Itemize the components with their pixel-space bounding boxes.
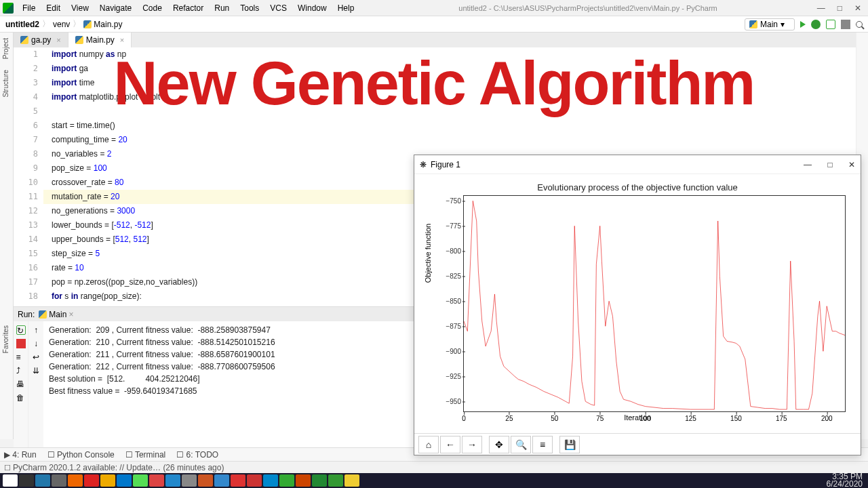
menu-tools[interactable]: Tools bbox=[235, 1, 264, 15]
taskbar-icon[interactable] bbox=[328, 474, 343, 487]
taskbar-icon[interactable] bbox=[296, 474, 311, 487]
taskbar-icon[interactable] bbox=[68, 474, 83, 487]
forward-icon[interactable]: → bbox=[462, 436, 482, 453]
menu-run[interactable]: Run bbox=[210, 1, 234, 15]
menu-navigate[interactable]: Navigate bbox=[95, 1, 136, 15]
breadcrumb-folder[interactable]: venv bbox=[53, 20, 70, 29]
zoom-icon[interactable]: 🔍 bbox=[511, 436, 531, 453]
tool-tab[interactable]: ☐ 6: TODO bbox=[176, 450, 218, 460]
menu-window[interactable]: Window bbox=[293, 1, 332, 15]
taskbar-icon[interactable] bbox=[133, 474, 148, 487]
home-icon[interactable]: ⌂ bbox=[418, 436, 439, 453]
taskbar-icon[interactable] bbox=[198, 474, 213, 487]
python-file-icon bbox=[20, 36, 28, 44]
maximize-icon[interactable]: □ bbox=[837, 3, 842, 13]
project-tool-tab[interactable]: Project bbox=[0, 33, 12, 64]
taskbar-icon[interactable] bbox=[3, 474, 18, 487]
taskbar-icon[interactable] bbox=[247, 474, 262, 487]
maximize-icon[interactable]: □ bbox=[827, 160, 832, 169]
menu-help[interactable]: Help bbox=[333, 1, 359, 15]
status-bar: ☐ PyCharm 2020.1.2 available: // Update…… bbox=[0, 461, 868, 473]
taskbar-icon[interactable] bbox=[100, 474, 115, 487]
windows-taskbar: 3:35 PM6/24/2020 bbox=[0, 473, 868, 488]
run-icon[interactable] bbox=[800, 21, 806, 28]
taskbar-icon[interactable] bbox=[182, 474, 197, 487]
run-coverage-icon[interactable] bbox=[826, 20, 835, 29]
close-tab-icon[interactable]: × bbox=[56, 36, 60, 44]
back-icon[interactable]: ← bbox=[440, 436, 460, 453]
menu-vcs[interactable]: VCS bbox=[265, 1, 292, 15]
system-tray[interactable]: 3:35 PM6/24/2020 bbox=[827, 473, 865, 488]
up-icon[interactable]: ↑ bbox=[34, 325, 38, 335]
window-title: untitled2 - C:\Users\ASUS\PycharmProject… bbox=[359, 4, 816, 12]
main-menu: FileEditViewNavigateCodeRefactorRunTools… bbox=[18, 1, 359, 15]
favorites-tool-tab[interactable]: Favorites bbox=[0, 320, 12, 359]
taskbar-icon[interactable] bbox=[165, 474, 180, 487]
editor-tab[interactable]: ga.py× bbox=[14, 33, 68, 47]
stop-icon[interactable] bbox=[16, 339, 26, 348]
search-icon[interactable] bbox=[856, 21, 863, 28]
down-icon[interactable]: ↓ bbox=[34, 339, 38, 348]
taskbar-icon[interactable] bbox=[344, 474, 359, 487]
python-file-icon bbox=[749, 20, 757, 28]
plot-canvas: Evolutionary process of the objective fu… bbox=[414, 174, 861, 433]
taskbar-icon[interactable] bbox=[117, 474, 132, 487]
matplotlib-figure-window[interactable]: ❋Figure 1 — □ ✕ Evolutionary process of … bbox=[414, 155, 861, 455]
taskbar-icon[interactable] bbox=[312, 474, 327, 487]
taskbar-icon[interactable] bbox=[231, 474, 245, 487]
console-nav: ↑ ↓ ↩ ⇊ bbox=[28, 321, 43, 447]
navigation-bar: untitled2 〉 venv 〉 Main.py Main ▾ bbox=[0, 16, 868, 33]
breadcrumb-project[interactable]: untitled2 bbox=[5, 20, 39, 29]
python-file-icon bbox=[39, 310, 47, 319]
taskbar-icon[interactable] bbox=[19, 474, 34, 487]
scroll-icon[interactable]: ⇊ bbox=[33, 366, 39, 375]
menu-view[interactable]: View bbox=[66, 1, 94, 15]
breadcrumb-file[interactable]: Main.py bbox=[83, 20, 122, 29]
delete-icon[interactable]: 🗑 bbox=[16, 393, 26, 403]
figure-title: Figure 1 bbox=[431, 160, 460, 169]
debug-icon[interactable] bbox=[811, 20, 821, 29]
taskbar-icon[interactable] bbox=[52, 474, 66, 487]
menu-refactor[interactable]: Refactor bbox=[168, 1, 208, 15]
pycharm-logo-icon bbox=[3, 3, 14, 14]
axes: −750−775−800−825−850−875−900−925−9500255… bbox=[463, 195, 846, 412]
tool-tab[interactable]: ☐ Terminal bbox=[125, 450, 165, 460]
config-icon[interactable]: ≡ bbox=[532, 436, 553, 453]
minimize-icon[interactable]: — bbox=[817, 3, 825, 13]
close-icon[interactable]: ✕ bbox=[848, 160, 855, 169]
run-config-name[interactable]: Main × bbox=[39, 310, 73, 319]
menu-code[interactable]: Code bbox=[138, 1, 167, 15]
menu-edit[interactable]: Edit bbox=[41, 1, 65, 15]
exit-icon[interactable]: ⤴ bbox=[16, 366, 26, 375]
close-icon[interactable]: ✕ bbox=[854, 3, 861, 13]
taskbar-icon[interactable] bbox=[263, 474, 278, 487]
wrap-icon[interactable]: ↩ bbox=[33, 352, 39, 362]
close-tab-icon[interactable]: × bbox=[120, 36, 124, 44]
taskbar-icon[interactable] bbox=[279, 474, 294, 487]
print-icon[interactable]: 🖶 bbox=[16, 380, 26, 389]
line-gutter: 123456789101112131415161718 bbox=[14, 47, 43, 306]
figure-titlebar: ❋Figure 1 — □ ✕ bbox=[414, 155, 861, 174]
pause-icon[interactable]: ≡ bbox=[16, 352, 26, 362]
tool-tab[interactable]: ☐ Python Console bbox=[47, 450, 115, 460]
python-file-icon bbox=[75, 36, 83, 44]
save-icon[interactable]: 💾 bbox=[559, 436, 580, 453]
minimize-icon[interactable]: — bbox=[804, 160, 812, 169]
tool-tab[interactable]: ▶ 4: Run bbox=[4, 450, 37, 460]
figure-toolbar: ⌂ ← → ✥ 🔍 ≡ 💾 bbox=[414, 433, 861, 455]
menu-file[interactable]: File bbox=[18, 1, 40, 15]
chart-line bbox=[464, 196, 845, 411]
taskbar-icon[interactable] bbox=[214, 474, 229, 487]
titlebar: FileEditViewNavigateCodeRefactorRunTools… bbox=[0, 0, 868, 16]
rerun-icon[interactable]: ↻ bbox=[16, 325, 26, 335]
taskbar-icon[interactable] bbox=[35, 474, 50, 487]
run-config-selector[interactable]: Main ▾ bbox=[745, 18, 795, 30]
editor-tab[interactable]: Main.py× bbox=[68, 33, 132, 47]
window-controls: — □ ✕ bbox=[817, 3, 865, 13]
run-label: Run: bbox=[18, 310, 35, 319]
structure-tool-tab[interactable]: Structure bbox=[0, 64, 12, 103]
taskbar-icon[interactable] bbox=[84, 474, 99, 487]
stop-icon[interactable] bbox=[841, 20, 850, 29]
pan-icon[interactable]: ✥ bbox=[489, 436, 509, 453]
taskbar-icon[interactable] bbox=[149, 474, 164, 487]
